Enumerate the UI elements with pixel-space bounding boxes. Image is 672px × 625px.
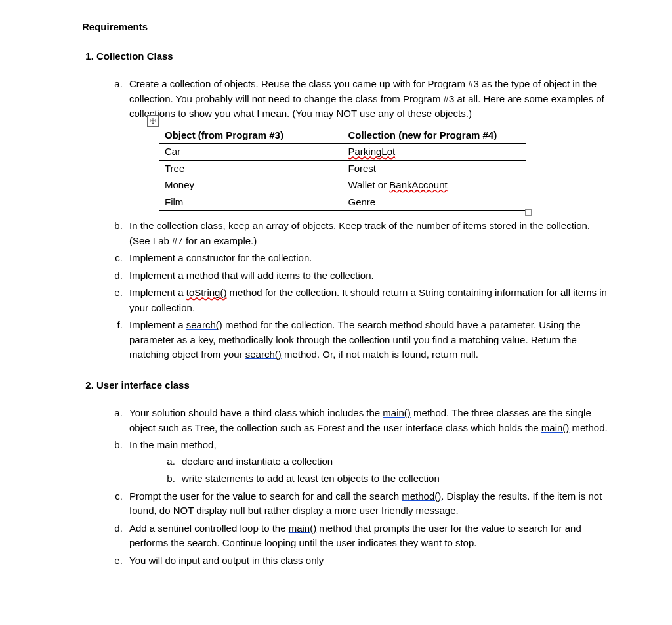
item-2b: In the main method, declare and instanti… bbox=[125, 438, 610, 486]
table-header-row: Object (from Program #3) Collection (new… bbox=[159, 127, 526, 144]
item-1a-text: Create a collection of objects. Reuse th… bbox=[129, 78, 604, 119]
item-1f: Implement a search() method for the coll… bbox=[125, 318, 610, 362]
table-row: Tree Forest bbox=[159, 160, 526, 177]
numbered-list: Collection Class Create a collection of … bbox=[82, 49, 610, 569]
section-title: User interface class bbox=[96, 379, 190, 391]
page-title: Requirements bbox=[82, 20, 610, 35]
item-2a: Your solution should have a third class … bbox=[125, 406, 610, 435]
table-header-collection: Collection (new for Program #4) bbox=[343, 127, 526, 144]
section-title: Collection Class bbox=[96, 51, 173, 62]
section-1-items: Create a collection of objects. Reuse th… bbox=[96, 77, 610, 362]
item-2c: Prompt the user for the value to search … bbox=[125, 489, 610, 519]
item-1a: Create a collection of objects. Reuse th… bbox=[125, 77, 610, 211]
table-move-handle-icon[interactable] bbox=[147, 115, 159, 127]
document-page: Requirements Collection Class Create a c… bbox=[0, 0, 672, 610]
section-collection-class: Collection Class Create a collection of … bbox=[96, 49, 610, 362]
section-2-items: Your solution should have a third class … bbox=[96, 406, 610, 568]
table-row: Money Wallet or BankAccount bbox=[159, 177, 526, 194]
table-row: Car ParkingLot bbox=[159, 144, 526, 161]
item-1c: Implement a constructor for the collecti… bbox=[125, 251, 610, 266]
item-1b: In the collection class, keep an array o… bbox=[125, 219, 610, 248]
item-1d: Implement a method that will add items t… bbox=[125, 269, 610, 284]
item-2b-b: write statements to add at least ten obj… bbox=[178, 471, 610, 486]
table-row: Film Genre bbox=[159, 194, 526, 211]
table-header-object: Object (from Program #3) bbox=[159, 127, 343, 144]
item-2b-a: declare and instantiate a collection bbox=[178, 454, 610, 469]
item-2b-inner-list: declare and instantiate a collection wri… bbox=[129, 454, 610, 486]
example-table-wrap: Object (from Program #3) Collection (new… bbox=[159, 127, 526, 211]
example-table: Object (from Program #3) Collection (new… bbox=[159, 127, 526, 211]
item-1e: Implement a toString() method for the co… bbox=[125, 286, 610, 315]
table-resize-handle-icon[interactable] bbox=[525, 209, 532, 216]
section-user-interface-class: User interface class Your solution shoul… bbox=[96, 378, 610, 569]
item-2e: You will do input and output in this cla… bbox=[125, 553, 610, 569]
item-2d: Add a sentinel controlled loop to the ma… bbox=[125, 521, 610, 551]
